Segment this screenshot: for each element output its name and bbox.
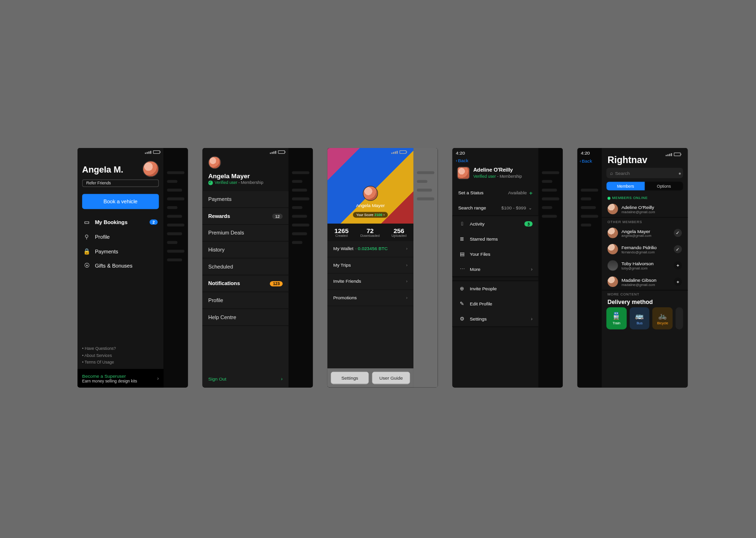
section-main: 𓀟Activity3 ≣Starred Items ▤Your Files ⋯M…: [452, 216, 538, 277]
menu-scheduled[interactable]: Scheduled: [202, 259, 288, 276]
tab-members[interactable]: Members: [606, 182, 644, 190]
member-row[interactable]: Angela Mayerangela@gmail.com✓: [601, 225, 687, 241]
menu-wallet[interactable]: My Wallet · 0.023456 BTC›: [327, 241, 413, 257]
menu-starred[interactable]: ≣Starred Items: [452, 231, 538, 246]
search-field[interactable]: ⌕ ●: [606, 168, 683, 178]
background-content: [413, 148, 438, 388]
refer-friends-chip[interactable]: Refer Friends: [82, 179, 159, 187]
avatar: [608, 277, 618, 287]
avatar[interactable]: [457, 166, 470, 179]
background-content: [288, 148, 313, 388]
row-set-status[interactable]: Set a StatusAvailable+: [452, 185, 538, 201]
menu-promotions[interactable]: Promotions›: [327, 290, 413, 306]
segmented-control: Members Options: [606, 182, 683, 190]
badge: 3: [524, 221, 533, 226]
section-actions: ⊕Invite People ✎Edit Profile ⚙Settings›: [452, 280, 538, 327]
menu-trips[interactable]: My Trips›: [327, 257, 413, 273]
footer-buttons: Settings User Guide: [327, 368, 413, 388]
user-name: Angela M.: [82, 164, 123, 174]
link-about[interactable]: About Services: [82, 353, 159, 357]
search-input[interactable]: [615, 170, 676, 175]
stats-row: 1265Created 72Downloaded 256Uploaded: [327, 224, 413, 241]
search-icon: ⌕: [610, 170, 613, 176]
back-button[interactable]: ‹Back: [456, 158, 468, 163]
avatar: [608, 228, 618, 238]
delivery-train[interactable]: 🚆Train: [606, 307, 627, 330]
bicycle-icon: 🚲: [658, 312, 667, 320]
plus-icon[interactable]: +: [674, 278, 682, 286]
delivery-bus[interactable]: 🚌Bus: [629, 307, 650, 330]
sign-out-button[interactable]: Sign Out›: [202, 370, 288, 388]
avatar: [608, 260, 618, 270]
menu-payments[interactable]: 🔒Payments: [82, 244, 159, 259]
row-search-range[interactable]: Search range$100 - $999⌄: [452, 201, 538, 216]
settings-button[interactable]: Settings: [331, 372, 369, 384]
menu-invite[interactable]: Invite Friends›: [327, 274, 413, 290]
drawer: Angela Mayer Verified user - Membership …: [202, 148, 288, 388]
menu-help-centre[interactable]: Help Centre: [202, 309, 288, 326]
plus-icon: +: [529, 190, 533, 197]
link-questions[interactable]: Have Questions?: [82, 346, 159, 350]
drawer: Angela Mayer Your Score 2100 › 1265Creat…: [327, 148, 413, 388]
verified-label: Verified user: [215, 181, 237, 185]
menu-edit-profile[interactable]: ✎Edit Profile: [452, 296, 538, 312]
user-guide-button[interactable]: User Guide: [372, 372, 410, 384]
menu-settings[interactable]: ⚙Settings›: [452, 312, 538, 327]
caption-other-members: OTHER MEMBERS: [601, 218, 687, 225]
walk-icon: 𓀟: [458, 221, 466, 226]
right-nav: Rightnav ⌕ ● Members Options MEMBERS ONL…: [601, 148, 687, 388]
menu-gifts[interactable]: ⦿Gifts & Bonuses: [82, 259, 159, 273]
tab-options[interactable]: Options: [644, 182, 683, 190]
menu-files[interactable]: ▤Your Files: [452, 246, 538, 261]
plus-icon[interactable]: +: [674, 261, 682, 269]
plus-circle-icon: ⊕: [458, 286, 466, 292]
menu-rewards[interactable]: Rewards12: [202, 208, 288, 225]
verified-label: Verified user: [473, 174, 496, 178]
badge: 12: [272, 213, 283, 218]
stat-uploaded: 256Uploaded: [391, 227, 406, 237]
member-row[interactable]: Toby Halvorsontoby@gmail.com+: [601, 257, 687, 273]
avatar: [608, 244, 618, 254]
menu-profile[interactable]: Profile: [202, 292, 288, 309]
menu-notifications[interactable]: Notifications123: [202, 275, 288, 292]
menu-premium-deals[interactable]: Premium Deals: [202, 225, 288, 242]
user-name: Adeline O'Reilly: [473, 167, 522, 173]
menu-more[interactable]: ⋯More›: [452, 261, 538, 277]
superuser-banner[interactable]: Become a Superuser Earn money selling de…: [77, 369, 163, 387]
menu-profile[interactable]: ⚲Profile: [82, 229, 159, 244]
menu-history[interactable]: History: [202, 242, 288, 259]
stat-downloaded: 72Downloaded: [361, 227, 380, 237]
edit-icon: ✎: [458, 301, 466, 306]
member-row[interactable]: Madaline Gibsonmadaline@gmail.com+: [601, 274, 687, 290]
link-terms[interactable]: Terms Of Usage: [82, 360, 159, 364]
menu-payments[interactable]: Payments: [202, 191, 288, 208]
status-bar: [391, 150, 406, 154]
book-vehicle-button[interactable]: Book a vehicle: [82, 194, 159, 209]
chevron-right-icon: ›: [406, 246, 407, 252]
folder-icon: ▤: [458, 251, 466, 257]
menu-invite-people[interactable]: ⊕Invite People: [452, 281, 538, 296]
delivery-more[interactable]: [676, 307, 683, 330]
caption-members-online: MEMBERS ONLINE: [601, 194, 687, 201]
gift-icon: ⦿: [83, 262, 90, 269]
mic-icon[interactable]: ●: [679, 170, 681, 175]
status-bar: [598, 150, 684, 156]
check-icon[interactable]: ✓: [674, 245, 682, 253]
score-pill[interactable]: Your Score 2100 ›: [353, 212, 388, 217]
menu-my-bookings[interactable]: ▭My Bookings2: [82, 215, 159, 229]
drawer-header: Adeline O'Reilly Verified user - Members…: [452, 164, 538, 185]
back-button[interactable]: ‹Back: [580, 158, 592, 164]
delivery-bicycle[interactable]: 🚲Bicycle: [653, 307, 673, 330]
avatar[interactable]: [208, 156, 221, 169]
avatar[interactable]: [363, 186, 378, 201]
member-row[interactable]: Fernando Pidriliofernando@gmail.com✓: [601, 241, 687, 257]
verified-icon: [208, 180, 213, 185]
check-icon[interactable]: ✓: [674, 229, 682, 237]
menu-activity[interactable]: 𓀟Activity3: [452, 216, 538, 231]
badge: 123: [270, 281, 283, 286]
member-row[interactable]: Adeline O'Reillymadaline@gmail.com: [601, 201, 687, 217]
chevron-right-icon: ›: [281, 376, 283, 382]
delivery-method-row: 🚆Train 🚌Bus 🚲Bicycle: [601, 307, 687, 334]
online-dot-icon: [608, 197, 610, 200]
avatar[interactable]: [143, 161, 159, 177]
